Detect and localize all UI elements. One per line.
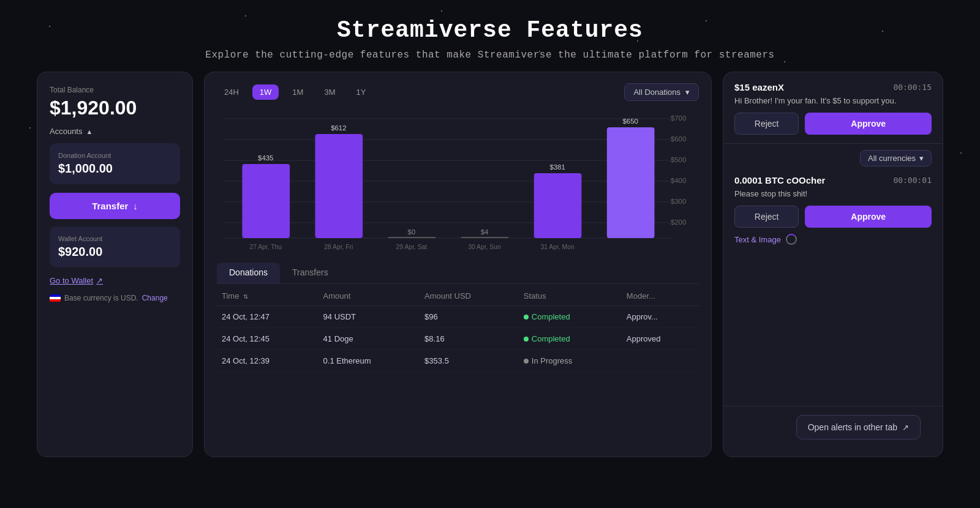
alert-2-timer: 00:00:01 [893, 176, 932, 185]
svg-text:31 Apr, Mon: 31 Apr, Mon [541, 244, 575, 250]
svg-text:$300: $300 [671, 198, 686, 205]
svg-text:$700: $700 [671, 114, 686, 122]
currency-dropdown-label: All currencies [868, 154, 916, 163]
svg-text:29 Apr, Sat: 29 Apr, Sat [396, 244, 428, 250]
table-row: 24 Oct, 12:39 0.1 Ethereum $353.5 In Pro… [217, 350, 699, 372]
text-image-row: Text & Image [734, 234, 932, 245]
alert-1-reject-button[interactable]: Reject [734, 113, 799, 135]
right-panel: $15 eazenX 00:00:15 Hi Brother! I'm your… [723, 72, 943, 457]
cell-status: Completed [519, 306, 622, 328]
alert-1-actions: Reject Approve [734, 113, 932, 135]
wallet-account-label: Wallet Account [58, 235, 172, 242]
svg-rect-17 [388, 237, 436, 238]
sort-icon: ⇅ [243, 293, 248, 300]
alert-card-2: 0.0001 BTC cOOcher 00:00:01 Please stop … [723, 166, 943, 406]
table-row: 24 Oct, 12:45 41 Doge $8.16 Completed Ap… [217, 328, 699, 350]
main-container: Total Balance $1,920.00 Accounts ▲ Donat… [0, 72, 980, 457]
cell-time: 24 Oct, 12:45 [217, 328, 318, 350]
tabs-row: Donations Transfers [217, 263, 699, 284]
col-status: Status [519, 285, 622, 306]
accounts-toggle[interactable]: Accounts ▲ [50, 127, 180, 136]
alert-card-2-header: 0.0001 BTC cOOcher 00:00:01 [734, 175, 932, 185]
svg-rect-19 [461, 237, 509, 238]
svg-text:$400: $400 [671, 177, 686, 184]
bar-chart: $700 $600 $500 $400 $300 $200 $435 [217, 110, 699, 256]
time-filter-24h[interactable]: 24H [217, 84, 246, 100]
svg-text:$500: $500 [671, 156, 686, 163]
cell-moderation: Approved [622, 328, 699, 350]
svg-text:$650: $650 [623, 118, 638, 125]
base-currency-info: Base currency is USD. Change [50, 294, 180, 302]
page-title: Streamiverse Features [0, 17, 980, 43]
svg-text:$381: $381 [549, 163, 565, 171]
svg-text:$600: $600 [671, 135, 686, 143]
transfer-button[interactable]: Transfer ↓ [50, 193, 180, 219]
alert-1-approve-button[interactable]: Approve [805, 113, 932, 135]
alert-card-1: $15 eazenX 00:00:15 Hi Brother! I'm your… [723, 72, 943, 144]
alert-2-amount-user: 0.0001 BTC cOOcher [734, 175, 825, 185]
svg-text:28 Apr, Fri: 28 Apr, Fri [324, 244, 353, 250]
cell-moderation: Approv... [622, 306, 699, 328]
status-inprogress: In Progress [524, 356, 617, 365]
status-completed: Completed [524, 312, 617, 321]
donations-table: Time ⇅ Amount Amount USD Status Moder...… [217, 285, 699, 372]
donation-account-value: $1,000.00 [58, 162, 172, 176]
time-filter-1y[interactable]: 1Y [349, 84, 373, 100]
svg-rect-21 [534, 173, 582, 238]
col-amount-usd: Amount USD [420, 285, 519, 306]
open-alerts-button[interactable]: Open alerts in other tab ↗ [796, 415, 921, 439]
flag-icon [50, 294, 61, 302]
donation-account-card: Donation Account $1,000.00 [50, 143, 180, 184]
donations-dropdown-label: All Donations [633, 88, 680, 97]
svg-rect-23 [607, 127, 655, 238]
cell-status: In Progress [519, 350, 622, 372]
cell-time: 24 Oct, 12:39 [217, 350, 318, 372]
svg-text:$200: $200 [671, 219, 686, 226]
chart-area: $700 $600 $500 $400 $300 $200 $435 [217, 110, 699, 256]
alert-2-approve-button[interactable]: Approve [805, 206, 932, 228]
alert-2-actions: Reject Approve [734, 206, 932, 228]
cell-time: 24 Oct, 12:47 [217, 306, 318, 328]
alert-2-message: Please stop this shit! [734, 189, 932, 198]
left-panel: Total Balance $1,920.00 Accounts ▲ Donat… [37, 72, 193, 457]
currency-dropdown[interactable]: All currencies ▾ [860, 150, 932, 166]
loading-spinner [786, 234, 797, 245]
cell-moderation [622, 350, 699, 372]
text-image-link[interactable]: Text & Image [734, 235, 781, 244]
tab-donations[interactable]: Donations [217, 263, 280, 283]
alert-2-reject-button[interactable]: Reject [734, 206, 799, 228]
col-moderation: Moder... [622, 285, 699, 306]
time-filter-1w[interactable]: 1W [252, 84, 279, 100]
total-balance-value: $1,920.00 [50, 97, 180, 119]
time-filter-1m[interactable]: 1M [285, 84, 311, 100]
base-currency-label: Base currency is USD. [64, 294, 138, 302]
tab-transfers[interactable]: Transfers [280, 263, 341, 283]
svg-rect-15 [315, 134, 363, 238]
total-balance-label: Total Balance [50, 86, 180, 94]
time-filter-3m[interactable]: 3M [317, 84, 342, 100]
bottom-area: Open alerts in other tab ↗ [723, 406, 943, 457]
chevron-up-icon: ▲ [86, 128, 92, 135]
middle-panel: 24H 1W 1M 3M 1Y All Donations ▾ $700 $60… [204, 72, 712, 457]
chart-controls: 24H 1W 1M 3M 1Y All Donations ▾ [217, 83, 699, 101]
open-alerts-label: Open alerts in other tab [808, 422, 897, 432]
cell-amount-usd: $96 [420, 306, 519, 328]
header-section: Streamiverse Features Explore the cuttin… [0, 0, 980, 72]
currency-chevron-icon: ▾ [919, 154, 924, 163]
status-dot-gray [524, 359, 529, 364]
donations-dropdown[interactable]: All Donations ▾ [624, 83, 699, 101]
go-to-wallet-link[interactable]: Go to Wallet ↗ [50, 276, 180, 285]
status-dot-green [524, 337, 529, 342]
svg-text:$0: $0 [408, 228, 416, 236]
change-currency-link[interactable]: Change [142, 294, 168, 302]
alert-1-message: Hi Brother! I'm your fan. It's $5 to sup… [734, 96, 932, 105]
transfer-arrow-icon: ↓ [133, 201, 138, 211]
cell-amount: 0.1 Ethereum [318, 350, 420, 372]
svg-text:$435: $435 [258, 154, 273, 162]
alert-1-timer: 00:00:15 [893, 83, 932, 92]
status-dot-green [524, 315, 529, 319]
svg-text:$612: $612 [331, 124, 346, 132]
cell-amount: 41 Doge [318, 328, 420, 350]
go-to-wallet-label: Go to Wallet [50, 276, 93, 285]
cell-amount-usd: $353.5 [420, 350, 519, 372]
